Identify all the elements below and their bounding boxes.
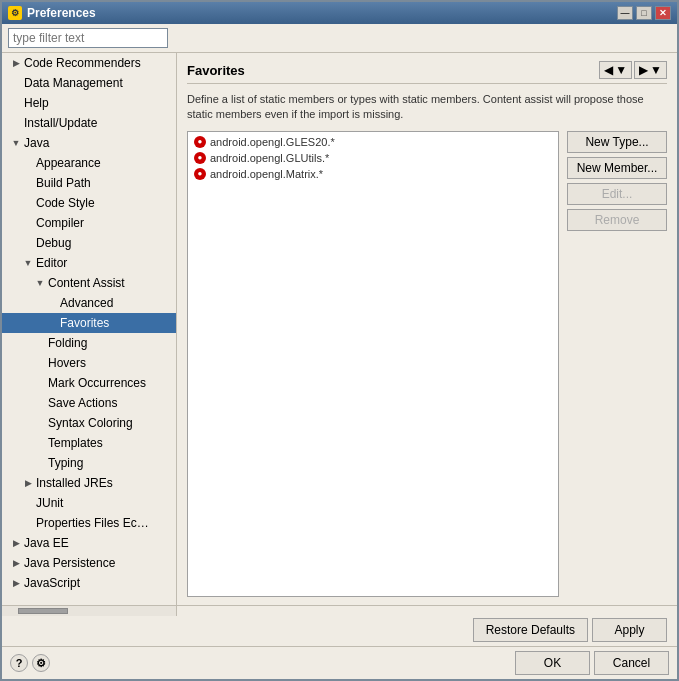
sidebar-item-favorites[interactable]: Favorites [2,313,176,333]
sidebar-item-compiler[interactable]: Compiler [2,213,176,233]
sidebar-item-debug[interactable]: Debug [2,233,176,253]
dialog-icon: ⚙ [8,6,22,20]
dialog-title: Preferences [27,6,617,20]
sidebar-item-install-update[interactable]: Install/Update [2,113,176,133]
expand-icon [10,97,22,109]
expand-icon [34,457,46,469]
sidebar-item-help[interactable]: Help [2,93,176,113]
sidebar-item-data-management[interactable]: Data Management [2,73,176,93]
content-header: Favorites ◀ ▼ ▶ ▼ [187,61,667,84]
sidebar-item-content-assist[interactable]: Content Assist [2,273,176,293]
content-title: Favorites [187,63,245,78]
scroll-thumb [18,608,68,614]
sidebar-item-syntax-coloring[interactable]: Syntax Coloring [2,413,176,433]
description-text: Define a list of static members or types… [187,92,667,123]
help-buttons: ? ⚙ [10,654,50,672]
sidebar-item-label: Java [22,135,51,151]
sidebar-item-label: Java Persistence [22,555,117,571]
sidebar-item-label: Folding [46,335,89,351]
expand-icon [22,517,34,529]
sidebar-item-build-path[interactable]: Build Path [2,173,176,193]
sidebar-item-java-ee[interactable]: Java EE [2,533,176,553]
sidebar-item-appearance[interactable]: Appearance [2,153,176,173]
dialog-bottom-bar: ? ⚙ OK Cancel [2,646,677,679]
expand-icon [22,477,34,489]
sidebar-item-templates[interactable]: Templates [2,433,176,453]
expand-icon [22,237,34,249]
settings-button[interactable]: ⚙ [32,654,50,672]
sidebar-item-editor[interactable]: Editor [2,253,176,273]
sidebar-item-hovers[interactable]: Hovers [2,353,176,373]
minimize-button[interactable]: — [617,6,633,20]
back-nav-button[interactable]: ◀ ▼ [599,61,632,79]
restore-apply-bar: Restore Defaults Apply [2,616,677,646]
list-item[interactable]: ● android.opengl.GLES20.* [190,134,556,150]
expand-icon [10,117,22,129]
preferences-dialog: ⚙ Preferences — □ ✕ Code Recommenders Da… [0,0,679,681]
favorites-list[interactable]: ● android.opengl.GLES20.* ● android.open… [187,131,559,597]
sidebar-scroll-area [2,605,677,616]
sidebar-item-code-recommenders[interactable]: Code Recommenders [2,53,176,73]
sidebar-item-java[interactable]: Java [2,133,176,153]
expand-icon [46,317,58,329]
sidebar-item-java-persistence[interactable]: Java Persistence [2,553,176,573]
search-bar [2,24,677,53]
sidebar-item-label: Code Recommenders [22,55,143,71]
sidebar-item-label: Hovers [46,355,88,371]
sidebar-item-label: JavaScript [22,575,82,591]
sidebar-horizontal-scrollbar[interactable] [2,606,177,616]
sidebar-item-installed-jres[interactable]: Installed JREs [2,473,176,493]
sidebar-item-save-actions[interactable]: Save Actions [2,393,176,413]
remove-button[interactable]: Remove [567,209,667,231]
expand-icon [34,277,46,289]
spacer [177,606,677,616]
forward-arrow-icon: ▶ [639,63,648,77]
sidebar-item-folding[interactable]: Folding [2,333,176,353]
favorite-type-icon: ● [194,168,206,180]
sidebar-item-typing[interactable]: Typing [2,453,176,473]
sidebar-item-label: Installed JREs [34,475,115,491]
sidebar-item-junit[interactable]: JUnit [2,493,176,513]
sidebar-item-label: Appearance [34,155,103,171]
sidebar-item-label: Data Management [22,75,125,91]
sidebar: Code Recommenders Data Management Help I… [2,53,177,605]
expand-icon [34,417,46,429]
maximize-button[interactable]: □ [636,6,652,20]
list-item[interactable]: ● android.opengl.Matrix.* [190,166,556,182]
sidebar-item-label: Help [22,95,51,111]
ok-button[interactable]: OK [515,651,590,675]
sidebar-item-javascript[interactable]: JavaScript [2,573,176,593]
favorite-type-icon: ● [194,136,206,148]
expand-icon [10,537,22,549]
sidebar-item-code-style[interactable]: Code Style [2,193,176,213]
main-area: Code Recommenders Data Management Help I… [2,53,677,605]
sidebar-item-label: Build Path [34,175,93,191]
expand-icon [34,397,46,409]
search-input[interactable] [8,28,168,48]
sidebar-item-advanced[interactable]: Advanced [2,293,176,313]
cancel-button[interactable]: Cancel [594,651,669,675]
new-member-button[interactable]: New Member... [567,157,667,179]
apply-button[interactable]: Apply [592,618,667,642]
sidebar-item-properties-files-editor[interactable]: Properties Files Ec… [2,513,176,533]
expand-icon [10,77,22,89]
sidebar-item-label: Install/Update [22,115,99,131]
favorite-item-text: android.opengl.GLUtils.* [210,152,329,164]
content-area: Favorites ◀ ▼ ▶ ▼ Define a list of stati… [177,53,677,605]
close-button[interactable]: ✕ [655,6,671,20]
forward-nav-button[interactable]: ▶ ▼ [634,61,667,79]
sidebar-item-label: Code Style [34,195,97,211]
restore-defaults-button[interactable]: Restore Defaults [473,618,588,642]
favorite-type-icon: ● [194,152,206,164]
sidebar-item-label: Java EE [22,535,71,551]
sidebar-item-label: Syntax Coloring [46,415,135,431]
sidebar-item-label: Properties Files Ec… [34,515,151,531]
sidebar-item-mark-occurrences[interactable]: Mark Occurrences [2,373,176,393]
sidebar-item-label: Favorites [58,315,111,331]
edit-button[interactable]: Edit... [567,183,667,205]
back-dropdown-icon: ▼ [615,63,627,77]
sidebar-item-label: Content Assist [46,275,127,291]
list-item[interactable]: ● android.opengl.GLUtils.* [190,150,556,166]
new-type-button[interactable]: New Type... [567,131,667,153]
help-button[interactable]: ? [10,654,28,672]
